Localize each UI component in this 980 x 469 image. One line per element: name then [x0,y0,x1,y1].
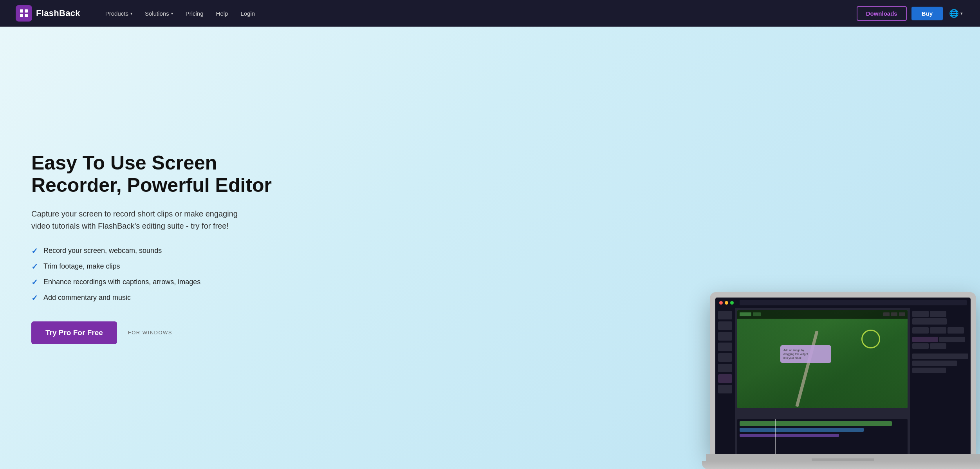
nav-right: Downloads Buy 🌐 ▾ [857,6,964,21]
laptop-screen: Add an image bydragging this widgetinto … [715,298,971,454]
hero-section: Easy To Use Screen Recorder, Powerful Ed… [0,27,980,469]
cta-row: Try Pro For Free FOR WINDOWS [31,321,274,344]
brand-name: FlashBack [36,8,80,18]
svg-rect-0 [20,9,23,13]
feature-item: ✓ Enhance recordings with captions, arro… [31,278,274,287]
check-icon: ✓ [31,293,38,303]
feature-item: ✓ Record your screen, webcam, sounds [31,246,274,256]
brand-logo[interactable]: FlashBack [16,5,80,22]
feature-item: ✓ Add commentary and music [31,293,274,303]
nav-item-solutions[interactable]: Solutions ▾ [139,7,179,20]
language-selector[interactable]: 🌐 ▾ [948,7,964,20]
feature-item: ✓ Trim footage, make clips [31,262,274,271]
globe-icon: 🌐 [949,9,959,18]
chevron-down-icon: ▾ [171,11,173,16]
downloads-button[interactable]: Downloads [857,6,907,21]
try-pro-button[interactable]: Try Pro For Free [31,321,117,344]
hero-subtitle: Capture your screen to record short clip… [31,208,247,232]
check-icon: ✓ [31,278,38,287]
check-icon: ✓ [31,246,38,256]
hero-content: Easy To Use Screen Recorder, Powerful Ed… [31,152,274,344]
hero-laptop-image: Add an image bydragging this widgetinto … [698,292,980,469]
svg-rect-1 [25,9,28,13]
nav-links: Products ▾ Solutions ▾ Pricing Help Logi… [100,7,857,20]
brand-icon [16,5,32,22]
chevron-down-icon: ▾ [960,11,963,16]
nav-item-products[interactable]: Products ▾ [100,7,138,20]
check-icon: ✓ [31,262,38,271]
svg-rect-2 [20,14,23,17]
nav-item-login[interactable]: Login [235,7,260,20]
nav-item-help[interactable]: Help [211,7,234,20]
features-list: ✓ Record your screen, webcam, sounds ✓ T… [31,246,274,303]
hero-title: Easy To Use Screen Recorder, Powerful Ed… [31,152,274,197]
buy-button[interactable]: Buy [911,7,943,20]
chevron-down-icon: ▾ [130,11,132,16]
platform-label: FOR WINDOWS [128,330,172,336]
svg-rect-3 [25,14,28,17]
navbar: FlashBack Products ▾ Solutions ▾ Pricing… [0,0,980,27]
nav-item-pricing[interactable]: Pricing [180,7,209,20]
